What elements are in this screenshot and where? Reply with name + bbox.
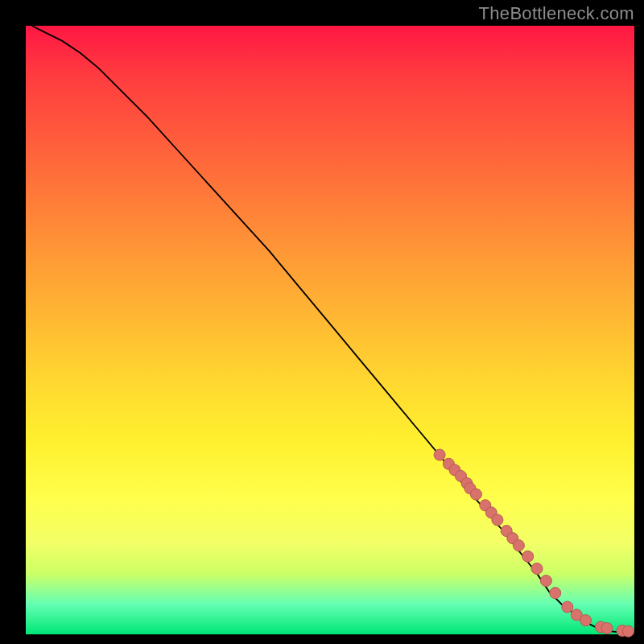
plot-svg xyxy=(26,26,634,634)
data-point xyxy=(562,601,573,613)
data-point xyxy=(550,588,561,599)
data-point xyxy=(492,514,503,526)
bottleneck-curve xyxy=(32,26,634,634)
chart-frame: TheBottleneck.com xyxy=(0,0,644,644)
data-point xyxy=(540,576,551,587)
data-point xyxy=(513,540,524,551)
plot-area xyxy=(26,26,634,634)
data-point xyxy=(601,622,613,634)
scatter-points xyxy=(434,449,634,637)
watermark-text: TheBottleneck.com xyxy=(479,3,634,24)
data-point xyxy=(580,615,592,626)
data-point xyxy=(522,551,534,562)
data-point xyxy=(470,489,481,500)
data-point xyxy=(622,625,634,637)
data-point xyxy=(434,449,445,460)
data-point xyxy=(531,563,543,574)
